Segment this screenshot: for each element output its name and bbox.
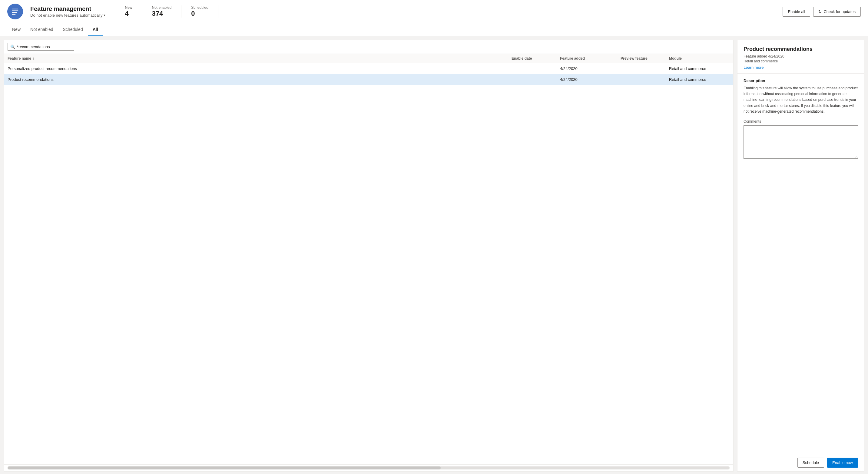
stat-new-label: New — [125, 5, 132, 10]
cell-enable-date — [512, 66, 560, 71]
chevron-down-icon: ▾ — [103, 13, 105, 17]
cell-module: Retail and commerce — [669, 66, 730, 71]
svg-rect-3 — [12, 14, 16, 14]
svg-rect-1 — [12, 10, 19, 11]
check-for-updates-button[interactable]: ↻ Check for updates — [813, 7, 861, 17]
detail-title: Product recommendations — [744, 46, 858, 53]
search-bar: 🔍 — [4, 40, 733, 54]
table-row[interactable]: Product recommendations 4/24/2020 Retail… — [4, 74, 733, 85]
comments-textarea[interactable] — [744, 125, 858, 159]
cell-preview-feature — [621, 66, 669, 71]
detail-body: Description Enabling this feature will a… — [738, 73, 864, 454]
learn-more-link[interactable]: Learn more — [744, 65, 858, 70]
stat-not-enabled-label: Not enabled — [152, 5, 172, 10]
description-heading: Description — [744, 78, 858, 83]
main-content: 🔍 Feature name ↑ Enable date Feature add… — [0, 36, 868, 474]
col-preview-feature[interactable]: Preview feature — [621, 56, 669, 61]
table-header: Feature name ↑ Enable date Feature added… — [4, 54, 733, 63]
enable-all-button[interactable]: Enable all — [783, 7, 810, 17]
page-title: Feature management — [30, 5, 105, 12]
title-block: Feature management Do not enable new fea… — [30, 5, 105, 18]
scroll-thumb — [7, 467, 441, 470]
enable-now-button[interactable]: Enable now — [827, 457, 858, 468]
search-input-wrap: 🔍 — [7, 43, 74, 51]
table-body: Personalized product recommendations 4/2… — [4, 63, 733, 464]
tab-new[interactable]: New — [7, 23, 26, 36]
app-logo-icon — [11, 7, 20, 16]
detail-footer: Schedule Enable now — [738, 454, 864, 471]
detail-description: Enabling this feature will allow the sys… — [744, 86, 858, 115]
cell-feature-added: 4/24/2020 — [560, 66, 621, 71]
detail-panel: Product recommendations Feature added 4/… — [737, 40, 864, 472]
col-enable-date[interactable]: Enable date — [512, 56, 560, 61]
tab-scheduled[interactable]: Scheduled — [58, 23, 88, 36]
cell-feature-name: Personalized product recommendations — [7, 66, 512, 71]
scroll-bar[interactable] — [4, 464, 733, 471]
subtitle-text: Do not enable new features automatically — [30, 13, 102, 18]
header-actions: Enable all ↻ Check for updates — [783, 7, 861, 17]
app-logo — [7, 4, 23, 20]
stat-not-enabled-value: 374 — [152, 10, 172, 18]
search-icon: 🔍 — [10, 44, 15, 49]
cell-module: Retail and commerce — [669, 77, 730, 82]
cell-preview-feature — [621, 77, 669, 82]
subtitle-dropdown[interactable]: Do not enable new features automatically… — [30, 13, 105, 18]
stats-area: New 4 Not enabled 374 Scheduled 0 — [125, 5, 775, 18]
stat-not-enabled: Not enabled 374 — [142, 5, 182, 18]
stat-new: New 4 — [125, 5, 142, 18]
stat-scheduled-value: 0 — [191, 10, 208, 18]
schedule-button[interactable]: Schedule — [798, 457, 824, 468]
sort-desc-icon: ↓ — [586, 56, 588, 61]
refresh-icon: ↻ — [818, 9, 822, 14]
cell-enable-date — [512, 77, 560, 82]
cell-feature-name: Product recommendations — [7, 77, 512, 82]
detail-header: Product recommendations Feature added 4/… — [738, 40, 864, 73]
cell-feature-added: 4/24/2020 — [560, 77, 621, 82]
page-header: Feature management Do not enable new fea… — [0, 0, 868, 23]
detail-feature-added: Feature added 4/24/2020 — [744, 54, 858, 59]
search-input[interactable] — [17, 44, 71, 49]
svg-rect-0 — [12, 9, 19, 9]
stat-scheduled-label: Scheduled — [191, 5, 208, 10]
scroll-track — [7, 467, 730, 470]
detail-module: Retail and commerce — [744, 59, 858, 63]
table-row[interactable]: Personalized product recommendations 4/2… — [4, 63, 733, 74]
feature-list-panel: 🔍 Feature name ↑ Enable date Feature add… — [4, 40, 734, 472]
svg-rect-2 — [12, 12, 17, 13]
col-feature-name[interactable]: Feature name ↑ — [7, 56, 512, 61]
tab-not-enabled[interactable]: Not enabled — [26, 23, 58, 36]
sort-asc-icon: ↑ — [32, 56, 34, 61]
stat-scheduled: Scheduled 0 — [181, 5, 218, 18]
stat-new-value: 4 — [125, 10, 132, 18]
col-module[interactable]: Module — [669, 56, 730, 61]
nav-tabs: New Not enabled Scheduled All — [0, 23, 868, 36]
col-feature-added[interactable]: Feature added ↓ — [560, 56, 621, 61]
tab-all[interactable]: All — [88, 23, 103, 36]
comments-label: Comments — [744, 119, 858, 124]
